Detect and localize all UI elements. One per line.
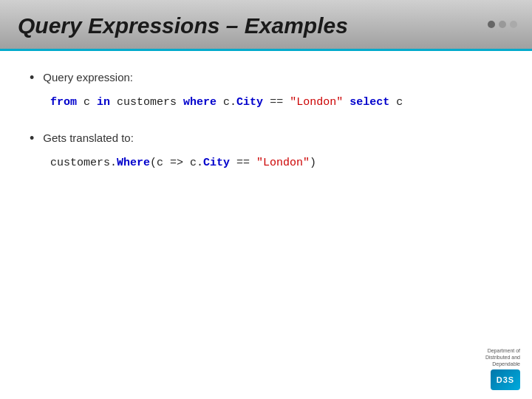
footer-line3: Dependable (492, 361, 520, 366)
code-block-2: customers.Where(c => c.City == "London") (50, 155, 502, 172)
slide: Query Expressions – Examples • Query exp… (0, 0, 532, 399)
dot-3 (510, 21, 517, 28)
code-customers-2: customers. (50, 157, 117, 169)
code-var-c1: c (77, 96, 97, 109)
code-lambda: (c => c. (150, 157, 203, 169)
bullet-marker-2: • (30, 131, 34, 146)
footer: Department of Distributed and Dependable… (485, 347, 520, 390)
slide-title: Query Expressions – Examples (18, 13, 348, 38)
slide-content: • Query expression: from c in customers … (0, 51, 532, 399)
slide-header: Query Expressions – Examples (0, 0, 532, 51)
code-space-1 (343, 96, 349, 109)
code-select-keyword: select (349, 96, 389, 109)
code-london-string-1: "London" (290, 96, 343, 109)
code-var-c2: c (389, 96, 403, 109)
code-london-string-2: "London" (256, 157, 310, 169)
code-c-dot: c. (216, 96, 236, 109)
code-equals-2: == (230, 157, 256, 169)
code-city-keyword: City (236, 96, 263, 109)
code-city-keyword-2: City (203, 157, 230, 169)
code-in-keyword: in (97, 96, 110, 109)
code-equals: == (263, 96, 290, 109)
dot-2 (499, 21, 506, 28)
bullet-item-1: • Query expression: (30, 69, 502, 86)
footer-line1: Department of (488, 348, 520, 353)
logo-text: D3S (497, 375, 514, 384)
code-customers: customers (110, 96, 183, 109)
code-close-paren: ) (310, 157, 316, 169)
header-decoration (488, 21, 517, 28)
dot-1 (488, 21, 495, 28)
bullet-marker-1: • (30, 70, 34, 86)
footer-line2: Distributed and (485, 355, 520, 360)
footer-text: Department of Distributed and Dependable (485, 347, 520, 367)
bullet-item-2: • Gets translated to: (30, 129, 502, 146)
d3s-logo: D3S (491, 369, 520, 390)
code-where-keyword: where (183, 96, 216, 109)
code-where-method: Where (117, 157, 150, 169)
bullet-label-1: Query expression: (43, 69, 133, 83)
code-block-1: from c in customers where c.City == "Lon… (50, 95, 502, 112)
code-from-keyword: from (50, 96, 77, 109)
bullet-label-2: Gets translated to: (43, 129, 134, 144)
